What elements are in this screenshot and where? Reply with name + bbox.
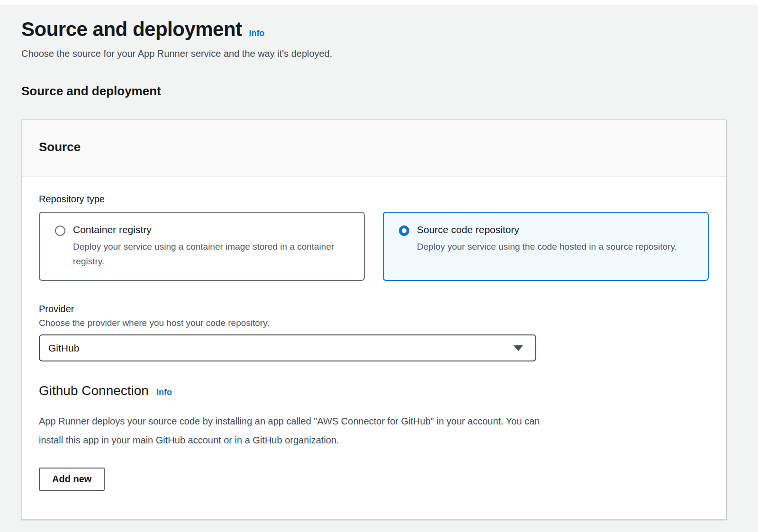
- caret-down-icon: [514, 345, 523, 351]
- tile-content: Source code repository Deploy your servi…: [417, 224, 677, 269]
- tile-content: Container registry Deploy your service u…: [73, 224, 338, 269]
- tile-title: Container registry: [73, 224, 338, 235]
- repository-type-tiles: Container registry Deploy your service u…: [39, 212, 709, 281]
- provider-hint: Choose the provider where you host your …: [39, 318, 709, 328]
- section-heading: Source and deployment: [21, 84, 726, 99]
- provider-label: Provider: [39, 304, 709, 315]
- page-title: Source and deployment: [21, 18, 242, 41]
- tile-container-registry[interactable]: Container registry Deploy your service u…: [39, 212, 365, 281]
- github-connection-info-link[interactable]: Info: [156, 388, 172, 397]
- page-description: Choose the source for your App Runner se…: [21, 48, 726, 59]
- radio-unselected-icon[interactable]: [55, 225, 65, 236]
- tile-description: Deploy your service using the code hoste…: [417, 239, 677, 254]
- page-header: Source and deployment Info: [21, 18, 726, 41]
- tile-source-code-repository[interactable]: Source code repository Deploy your servi…: [383, 212, 709, 281]
- source-card-title: Source: [39, 140, 709, 154]
- github-connection-description: App Runner deploys your source code by i…: [39, 412, 709, 450]
- repository-type-label: Repository type: [39, 194, 709, 205]
- source-card-body: Repository type Container registry Deplo…: [22, 177, 726, 519]
- page-content: Source and deployment Info Choose the so…: [0, 5, 758, 520]
- source-card: Source Repository type Container registr…: [21, 119, 726, 520]
- github-connection-header: Github Connection Info: [39, 383, 709, 398]
- repository-type-field: Repository type Container registry Deplo…: [39, 194, 709, 281]
- source-card-header: Source: [22, 120, 726, 177]
- add-new-button[interactable]: Add new: [39, 468, 105, 491]
- tile-description: Deploy your service using a container im…: [73, 239, 338, 269]
- radio-selected-icon[interactable]: [399, 225, 409, 236]
- top-strip: [0, 0, 758, 5]
- tile-title: Source code repository: [417, 224, 677, 235]
- github-connection-heading: Github Connection: [39, 383, 149, 398]
- github-connection-section: Github Connection Info App Runner deploy…: [39, 383, 709, 491]
- provider-selected-value: GitHub: [48, 343, 79, 354]
- page-title-info-link[interactable]: Info: [249, 28, 265, 38]
- provider-select[interactable]: GitHub: [39, 334, 536, 361]
- provider-field: Provider Choose the provider where you h…: [39, 304, 709, 361]
